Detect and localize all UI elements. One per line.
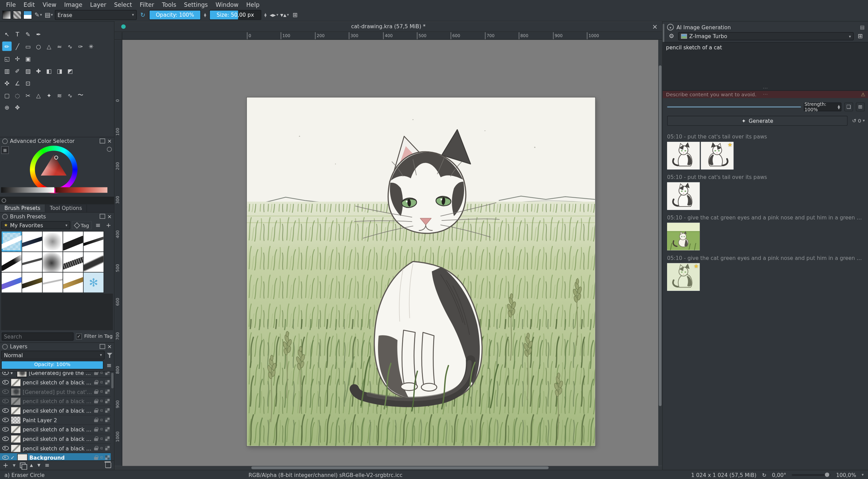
brush-preset-thumbnail[interactable] [2,272,22,293]
brush-preset-thumbnail[interactable] [84,272,104,293]
zoom-value[interactable]: 100,0% [836,472,856,478]
rotation-reset-icon[interactable]: ↻ [762,472,766,478]
layer-filter-icon[interactable] [106,352,113,359]
inherit-alpha-icon[interactable] [105,436,109,441]
opacity-spinner[interactable]: ▲▼ [203,13,208,17]
preset-tag-dropdown[interactable]: ★ My Favorites ▾ [1,221,70,229]
select-shapes-tool-icon[interactable]: ↖ [2,29,12,39]
vertical-scrollbar[interactable] [658,40,662,466]
model-settings-icon[interactable]: ⚙ [667,33,676,40]
layer-visibility-icon[interactable] [2,408,9,413]
generate-button[interactable]: ✦ Generate [667,116,848,126]
zoom-slider[interactable] [792,474,831,476]
close-panel-icon[interactable]: × [107,214,112,219]
shade-selector-toggle-icon[interactable]: ▦ [1,146,9,154]
canvas-image-cat-drawing[interactable] [247,98,595,446]
calligraphy-tool-icon[interactable]: ✒ [34,29,43,39]
pattern-chooser-icon[interactable] [13,11,21,19]
inherit-alpha-icon[interactable] [105,408,109,413]
reload-preset-icon[interactable]: ↻ [138,10,147,20]
lock-icon[interactable] [94,380,98,384]
add-layer-button[interactable]: + [3,461,8,470]
brush-preset-thumbnail[interactable] [22,232,42,252]
strength-slider[interactable] [667,106,801,108]
lock-icon[interactable] [94,399,98,403]
dynamic-brush-tool-icon[interactable]: ✑ [76,42,85,51]
brush-editor-button[interactable]: ✎▾ [34,10,42,20]
inherit-alpha-icon[interactable] [105,446,109,450]
float-panel-icon[interactable] [99,138,105,144]
layer-properties-button[interactable]: ≡ [45,461,50,470]
strength-spinner[interactable]: ▲▼ [837,105,841,109]
dock-options-icon[interactable]: ▤ [860,24,865,30]
lock-icon[interactable] [94,390,98,394]
layer-visibility-icon[interactable] [2,390,9,394]
alpha-lock-icon[interactable]: α [100,427,103,431]
hue-gradient-strip[interactable] [55,187,107,193]
generated-image-thumbnail[interactable]: ★ [667,263,700,291]
colorize-mask-tool-icon[interactable]: ◩ [65,66,75,76]
pattern-edit-tool-icon[interactable]: ▨ [23,66,33,76]
alpha-lock-icon[interactable]: α [100,399,103,403]
layer-list-scrollbar[interactable] [111,373,114,389]
duplicate-layer-button[interactable] [20,463,25,468]
opacity-slider[interactable]: Opacity: 100% [149,10,201,20]
rectangle-tool-icon[interactable]: ▭ [23,42,33,51]
alpha-lock-icon[interactable]: α [100,380,103,384]
shade-selector-strip[interactable] [0,197,114,204]
hue-ring[interactable] [30,146,78,193]
inherit-alpha-icon[interactable] [105,427,109,431]
layer-row[interactable]: Paint Layer 2 α [0,415,111,425]
fill-tool-icon[interactable]: ◧ [44,66,54,76]
canvas-viewport[interactable] [122,40,658,466]
bezier-curve-tool-icon[interactable]: ∿ [65,42,75,51]
smart-patch-tool-icon[interactable]: ✚ [34,66,43,76]
menu-file[interactable]: File [2,0,20,9]
color-selector-settings-icon[interactable] [107,147,112,152]
layer-row[interactable]: pencil sketch of a black and ... α [0,434,111,444]
layer-row[interactable]: ▾ [Generated] give the cat gre... α [0,371,111,378]
lock-icon[interactable] [94,371,98,375]
layer-opacity-slider[interactable]: Opacity: 100% [1,361,103,369]
layer-visibility-icon[interactable] [2,380,9,384]
elliptical-selection-tool-icon[interactable]: ◌ [13,90,22,100]
brush-preset-thumbnail[interactable] [22,272,42,293]
menu-window[interactable]: Window [212,0,242,9]
prompt-textbox[interactable]: pencil sketch of a cat [663,42,868,91]
blending-mode-dropdown[interactable]: Erase ▾ [55,10,137,20]
brush-preset-thumbnail-eraser-selected[interactable] [2,232,22,252]
bezier-selection-tool-icon[interactable]: ∿ [65,90,75,100]
layer-options-menu-icon[interactable]: ≡ [105,361,113,368]
layer-visibility-icon[interactable] [2,427,9,431]
contiguous-selection-tool-icon[interactable]: ✦ [44,90,54,100]
tab-tool-options[interactable]: Tool Options [46,204,87,212]
layer-row[interactable]: [Generated] put the cat's tail... α [0,387,111,397]
strength-spinbox[interactable]: Strength: 100% ▲▼ [804,102,841,111]
wrap-around-mode-icon[interactable]: ⊞ [291,10,300,20]
alpha-lock-icon[interactable]: α [100,408,103,413]
close-document-icon[interactable]: × [652,22,658,32]
lock-icon[interactable] [94,446,98,450]
queue-indicator[interactable]: ↺ 0 ▾ [852,118,865,123]
alpha-lock-icon[interactable]: α [100,390,103,394]
delete-layer-button[interactable] [105,463,111,468]
edit-shapes-tool-icon[interactable]: ✎ [23,29,33,39]
workflow-settings-icon[interactable]: ⊞ [856,33,865,40]
horizontal-ruler[interactable]: 0 100 200 300 400 500 600 700 800 900 10… [122,32,662,39]
brush-preset-thumbnail[interactable] [63,272,83,293]
float-panel-icon[interactable] [99,214,105,219]
lock-icon[interactable] [94,455,98,460]
layer-visibility-icon[interactable] [2,455,9,460]
generated-image-thumbnail[interactable] [667,223,700,250]
menu-tools[interactable]: Tools [158,0,180,9]
enclose-fill-tool-icon[interactable]: ◨ [55,66,64,76]
gradient-tool-icon[interactable]: ▥ [2,66,12,76]
layer-visibility-icon[interactable] [2,399,9,403]
generated-image-thumbnail[interactable] [667,142,700,169]
move-layer-up-button[interactable]: ▲ [30,461,33,470]
layer-visibility-icon[interactable] [2,436,9,441]
float-panel-icon[interactable] [99,344,105,349]
polygon-tool-icon[interactable]: △ [44,42,54,51]
horizontal-scrollbar[interactable] [122,466,662,469]
lock-icon[interactable] [94,418,98,422]
